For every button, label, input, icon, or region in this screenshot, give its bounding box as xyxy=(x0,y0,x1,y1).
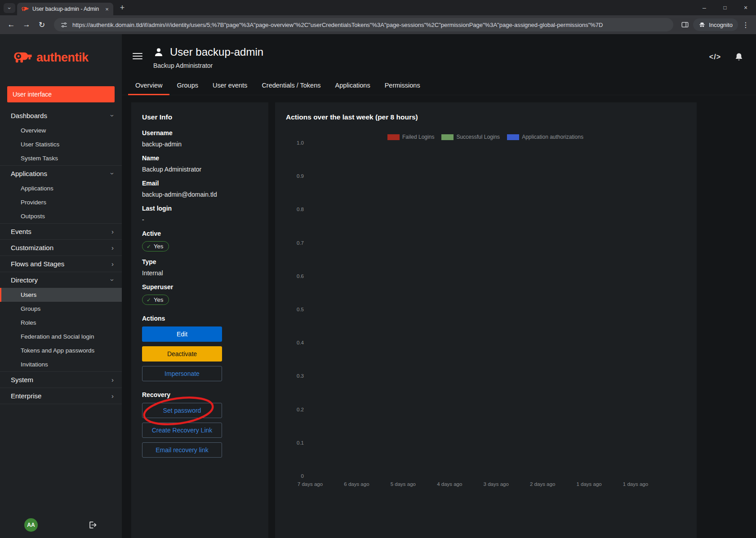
sidebar-section-events[interactable]: Events› xyxy=(0,224,122,239)
avatar[interactable]: AA xyxy=(24,518,38,532)
sidebar-item-invitations[interactable]: Invitations xyxy=(0,357,122,371)
close-tab-icon[interactable]: × xyxy=(103,5,111,13)
field-label: Email xyxy=(142,180,258,187)
sidebar-item-users[interactable]: Users xyxy=(0,288,122,302)
section-label-text: System xyxy=(11,376,33,384)
legend-item-successful-logins[interactable]: Successful Logins xyxy=(441,134,500,140)
sidebar-section-customization[interactable]: Customization› xyxy=(0,240,122,256)
field-label: Superuser xyxy=(142,283,258,291)
hamburger-menu-icon[interactable] xyxy=(133,53,142,59)
browser-window: › User backup-admin - Admin - a × + – □ … xyxy=(0,0,756,538)
annotated-button-wrap: Set password xyxy=(142,403,258,418)
status-badge: ✓Yes xyxy=(142,295,169,305)
chevron-right-icon: › xyxy=(111,260,114,268)
back-icon[interactable]: ← xyxy=(4,18,18,31)
new-tab-button[interactable]: + xyxy=(116,1,129,14)
brand[interactable]: authentik xyxy=(0,34,122,81)
legend-label: Application authorizations xyxy=(522,134,583,140)
window-maximize-button[interactable]: □ xyxy=(715,0,735,15)
field-label: Type xyxy=(142,258,258,265)
check-icon: ✓ xyxy=(147,297,151,303)
legend-item-failed-logins[interactable]: Failed Logins xyxy=(387,134,434,140)
y-axis-tick-label: 0.5 xyxy=(286,307,304,312)
field-name: NameBackup Administrator xyxy=(142,154,258,173)
field-value: backup-admin xyxy=(142,141,258,148)
window-controls: – □ × xyxy=(694,0,756,15)
sidebar-item-user-statistics[interactable]: User Statistics xyxy=(0,137,122,151)
email-recovery-link-button[interactable]: Email recovery link xyxy=(142,442,222,458)
tab-search-button[interactable]: › xyxy=(4,3,15,13)
tab-credentials-tokens[interactable]: Credentials / Tokens xyxy=(254,77,328,95)
set-password-button[interactable]: Set password xyxy=(142,403,222,418)
tab-overview[interactable]: Overview xyxy=(128,77,169,95)
sidebar-item-outposts[interactable]: Outposts xyxy=(0,209,122,223)
side-panel-icon[interactable] xyxy=(679,18,691,31)
y-axis-tick-label: 0.8 xyxy=(286,207,304,212)
field-label: Username xyxy=(142,129,258,137)
sidebar-section-applications[interactable]: Applications› xyxy=(0,166,122,181)
sidebar-item-applications[interactable]: Applications xyxy=(0,181,122,195)
browser-tab[interactable]: User backup-admin - Admin - a × xyxy=(17,3,113,15)
logout-icon[interactable] xyxy=(88,520,97,529)
api-code-icon[interactable]: </> xyxy=(709,53,721,61)
sidebar-item-groups[interactable]: Groups xyxy=(0,302,122,316)
sidebar: authentik User interface Dashboards›Over… xyxy=(0,34,122,538)
address-bar[interactable]: https://authentik.domain.tld/if/admin/#/… xyxy=(54,18,673,31)
y-axis-tick-label: 0.2 xyxy=(286,407,304,412)
sidebar-section-enterprise[interactable]: Enterprise› xyxy=(0,388,122,404)
window-minimize-button[interactable]: – xyxy=(694,0,715,15)
sidebar-footer: AA xyxy=(0,512,122,538)
notifications-bell-icon[interactable] xyxy=(734,52,743,62)
tab-user-events[interactable]: User events xyxy=(205,77,254,95)
chevron-down-icon: › xyxy=(109,279,116,281)
page-subtitle: Backup Administrator xyxy=(153,62,263,69)
tab-permissions[interactable]: Permissions xyxy=(378,77,427,95)
tab-applications[interactable]: Applications xyxy=(328,77,377,95)
user-interface-button[interactable]: User interface xyxy=(7,86,115,102)
legend-label: Successful Logins xyxy=(456,134,500,140)
sidebar-item-providers[interactable]: Providers xyxy=(0,195,122,209)
impersonate-button[interactable]: Impersonate xyxy=(142,366,222,381)
legend-item-application-authorizations[interactable]: Application authorizations xyxy=(507,134,583,140)
sidebar-section-system[interactable]: System› xyxy=(0,372,122,388)
x-axis-tick-label: 6 days ago xyxy=(344,481,369,487)
sidebar-item-roles[interactable]: Roles xyxy=(0,316,122,330)
reload-icon[interactable]: ↻ xyxy=(35,18,49,31)
window-close-button[interactable]: × xyxy=(735,0,756,15)
url-text[interactable]: https://authentik.domain.tld/if/admin/#/… xyxy=(72,22,603,28)
deactivate-button[interactable]: Deactivate xyxy=(142,346,222,362)
x-axis-tick-label: 1 days ago xyxy=(623,481,648,487)
tab-title: User backup-admin - Admin - a xyxy=(32,6,100,12)
section-label-text: Applications xyxy=(11,170,47,177)
actions-label: Actions xyxy=(142,315,258,322)
chart-plot-area: Failed LoginsSuccessful LoginsApplicatio… xyxy=(286,129,686,492)
header-icons: </> xyxy=(709,52,743,62)
authentik-favicon xyxy=(22,6,29,12)
forward-icon[interactable]: → xyxy=(20,18,33,31)
x-axis-tick-label: 3 days ago xyxy=(484,481,509,487)
sidebar-item-system-tasks[interactable]: System Tasks xyxy=(0,151,122,165)
edit-button[interactable]: Edit xyxy=(142,326,222,342)
site-info-icon[interactable] xyxy=(60,21,68,29)
page-header: User backup-admin Backup Administrator <… xyxy=(122,34,756,69)
tab-groups[interactable]: Groups xyxy=(169,77,205,95)
sidebar-item-tokens-and-app-passwords[interactable]: Tokens and App passwords xyxy=(0,344,122,357)
create-recovery-link-button[interactable]: Create Recovery Link xyxy=(142,423,222,438)
incognito-icon xyxy=(698,21,706,28)
y-axis-tick-label: 0.3 xyxy=(286,373,304,379)
chart-title: Actions over the last week (per 8 hours) xyxy=(286,113,686,121)
incognito-badge[interactable]: Incognito xyxy=(693,18,738,31)
sidebar-item-overview[interactable]: Overview xyxy=(0,123,122,137)
sidebar-section-directory[interactable]: Directory› xyxy=(0,272,122,288)
card-title: User Info xyxy=(142,113,258,121)
legend-swatch xyxy=(507,134,519,140)
field-last-login: Last login- xyxy=(142,205,258,223)
sidebar-item-federation-and-social-login[interactable]: Federation and Social login xyxy=(0,330,122,344)
user-info-card: User Info Usernamebackup-adminNameBackup… xyxy=(131,102,268,538)
field-value: backup-admin@domain.tld xyxy=(142,191,258,198)
section-label-text: Directory xyxy=(11,276,38,284)
sidebar-section-flows-and-stages[interactable]: Flows and Stages› xyxy=(0,256,122,272)
browser-menu-icon[interactable]: ⋮ xyxy=(740,21,752,29)
field-label: Last login xyxy=(142,205,258,212)
sidebar-section-dashboards[interactable]: Dashboards› xyxy=(0,108,122,123)
